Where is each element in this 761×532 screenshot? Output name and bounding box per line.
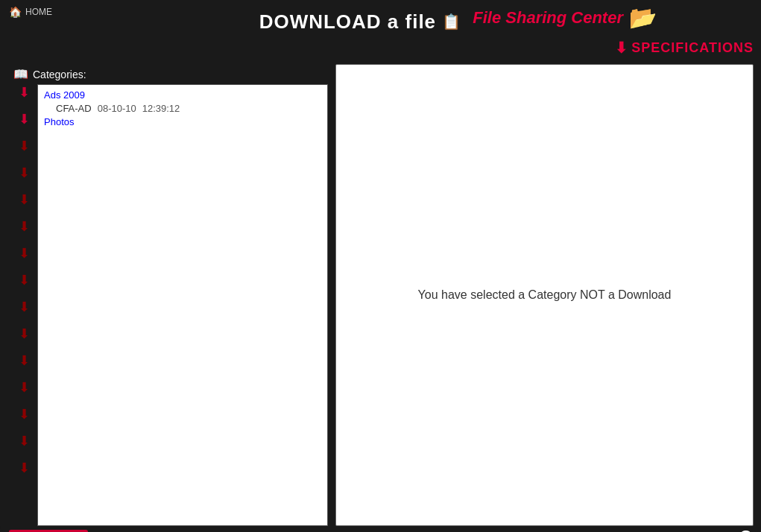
arrow-icon-2: ⬇ xyxy=(19,113,30,126)
specs-down-icon: ⬇ xyxy=(615,39,628,57)
left-list-container: ⬇ ⬇ ⬇ ⬇ ⬇ ⬇ ⬇ ⬇ ⬇ ⬇ ⬇ ⬇ ⬇ ⬇ ⬇ Ads 2009 xyxy=(7,84,328,526)
specs-label: SPECIFICATIONS xyxy=(631,40,754,56)
bottom-bar: VIEW FILE ◀◀ ◀ ▶ ▶▶ ▶ ▶ help ? xyxy=(0,526,761,532)
arrow-icon-5: ⬇ xyxy=(19,193,30,206)
arrow-icon-11: ⬇ xyxy=(19,354,30,367)
file-time-cfaad: 12:39:12 xyxy=(142,103,180,114)
arrow-icon-1: ⬇ xyxy=(19,86,30,99)
file-list-wrap: Ads 2009 CFA-AD 08-10-10 12:39:12 Photos xyxy=(37,84,328,526)
main-content: 📖 Categories: ⬇ ⬇ ⬇ ⬇ ⬇ ⬇ ⬇ ⬇ ⬇ ⬇ ⬇ ⬇ ⬇ … xyxy=(7,64,754,526)
book-icon: 📖 xyxy=(13,67,28,81)
specs-row: ⬇ SPECIFICATIONS xyxy=(0,43,761,64)
help-area: help ? xyxy=(721,528,752,532)
specs-area: ⬇ SPECIFICATIONS xyxy=(615,39,754,57)
arrow-icon-9: ⬇ xyxy=(19,300,30,314)
download-title: DOWNLOAD a file 📋 xyxy=(259,10,461,34)
file-list[interactable]: Ads 2009 CFA-AD 08-10-10 12:39:12 Photos xyxy=(38,85,327,525)
home-label: HOME xyxy=(25,7,52,17)
arrow-icon-12: ⬇ xyxy=(19,381,30,394)
arrow-icon-15: ⬇ xyxy=(19,461,30,475)
view-file-button[interactable]: VIEW FILE xyxy=(9,530,88,533)
arrow-icon-6: ⬇ xyxy=(19,220,30,233)
arrow-icon-7: ⬇ xyxy=(19,247,30,260)
fsc-title: File Sharing Center xyxy=(473,8,623,28)
category-photos[interactable]: Photos xyxy=(38,115,327,129)
header-bar: 🏠 HOME DOWNLOAD a file 📋 File Sharing Ce… xyxy=(0,0,761,43)
categories-header: 📖 Categories: xyxy=(7,64,328,84)
selection-message: You have selected a Category NOT a Downl… xyxy=(418,288,672,302)
arrow-icon-8: ⬇ xyxy=(19,273,30,287)
home-icon: 🏠 xyxy=(9,6,22,18)
file-date-cfaad: 08-10-10 xyxy=(98,103,136,114)
left-panel: 📖 Categories: ⬇ ⬇ ⬇ ⬇ ⬇ ⬇ ⬇ ⬇ ⬇ ⬇ ⬇ ⬇ ⬇ … xyxy=(7,64,328,526)
help-icon[interactable]: ? xyxy=(739,528,752,532)
arrow-icon-4: ⬇ xyxy=(19,166,30,180)
fsc-folder-icon: 📂 xyxy=(629,4,657,31)
arrow-icon-3: ⬇ xyxy=(19,139,30,153)
file-cfaad[interactable]: CFA-AD 08-10-10 12:39:12 xyxy=(38,102,327,115)
download-arrow-icon: 📋 xyxy=(442,13,461,31)
arrow-icon-14: ⬇ xyxy=(19,434,30,448)
file-name-cfaad: CFA-AD xyxy=(56,103,92,114)
category-ads2009[interactable]: Ads 2009 xyxy=(38,88,327,102)
arrow-column: ⬇ ⬇ ⬇ ⬇ ⬇ ⬇ ⬇ ⬇ ⬇ ⬇ ⬇ ⬇ ⬇ ⬇ ⬇ xyxy=(7,84,37,526)
arrow-icon-13: ⬇ xyxy=(19,408,30,421)
download-title-text: DOWNLOAD a file xyxy=(259,10,436,34)
arrow-icon-10: ⬇ xyxy=(19,327,30,341)
fsc-area: File Sharing Center 📂 xyxy=(473,4,657,31)
home-link[interactable]: 🏠 HOME xyxy=(9,6,52,18)
right-panel: You have selected a Category NOT a Downl… xyxy=(335,64,754,526)
categories-label: Categories: xyxy=(33,69,86,80)
